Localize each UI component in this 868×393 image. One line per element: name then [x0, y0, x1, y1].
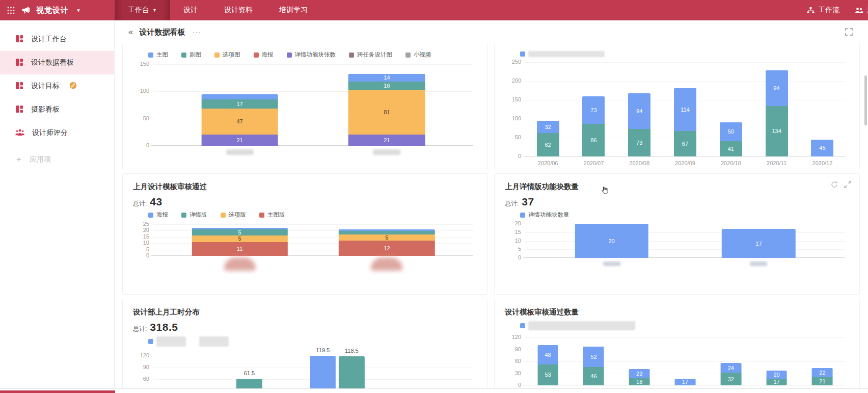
y-axis-tick: 30: [505, 370, 521, 376]
legend-marker: [287, 53, 292, 58]
legend-label: 选项图: [223, 51, 240, 59]
sidebar-item-2[interactable]: 设计目标: [0, 74, 114, 98]
chart-workhours-distribution: 61.5119.5118.56090120: [133, 336, 477, 393]
bar-value-label: 21: [812, 378, 833, 384]
legend-marker: [148, 213, 153, 218]
users-icon: [855, 7, 863, 14]
legend-item[interactable]: [148, 336, 186, 347]
x-axis-label: 2020/08: [629, 160, 649, 166]
bar-value-label: 86: [582, 137, 605, 143]
bar-segment: 5: [339, 234, 435, 241]
bar-value-label: 50: [720, 128, 742, 135]
bar-segment: 21: [201, 135, 278, 146]
legend-item[interactable]: [199, 336, 229, 347]
legend-item[interactable]: 详情版: [181, 211, 207, 219]
bar-segment: 32: [720, 373, 741, 385]
legend-label-blurred: [156, 336, 186, 347]
legend-item[interactable]: 海报: [254, 51, 274, 59]
workflow-label: 工作流: [818, 6, 839, 15]
bar-segment: 45: [811, 140, 833, 156]
sidebar-item-3[interactable]: 摄影看板: [0, 98, 114, 121]
legend-label: 海报: [156, 211, 168, 219]
plot-area: 62328673739467114415013494452020/062020/…: [525, 62, 845, 156]
brand-title[interactable]: 视觉设计: [36, 6, 69, 15]
bar-segment: 5: [192, 229, 287, 236]
sidebar-item-1[interactable]: 设计数据看板: [0, 51, 114, 74]
y-axis-tick: 90: [133, 364, 149, 370]
y-axis-tick: 10: [133, 240, 149, 246]
nav-tab-1[interactable]: 设计: [170, 0, 211, 20]
legend-label: 主图: [156, 51, 168, 59]
dashboard-icon: [15, 35, 23, 44]
bar-segment: 24: [720, 363, 741, 373]
y-axis-tick: 25: [133, 221, 149, 227]
brand-chevron-down-icon[interactable]: ▼: [76, 8, 81, 13]
card-detail-blocks-lastmonth: 上月详情版功能块数量 总计:: [494, 173, 860, 295]
sidebar-item-0[interactable]: 设计工作台: [0, 28, 114, 51]
refresh-icon[interactable]: [831, 181, 838, 190]
legend-marker: [520, 213, 525, 218]
sidebar-add-app[interactable]: +应用项: [0, 148, 114, 171]
legend-label: 副图: [189, 51, 201, 59]
y-axis-tick: 5: [133, 246, 149, 252]
legend-item[interactable]: 海报: [148, 211, 168, 219]
plot-area: 2017: [525, 224, 845, 258]
workflow-icon: [807, 7, 815, 14]
chart-monthly-output: 主图副图选项图海报详情功能块张数跨任务设计图小视频214717218116140…: [133, 51, 477, 158]
bar-segment: 14: [348, 74, 425, 82]
user-button[interactable]: 用户: [855, 6, 868, 15]
card-monthly-output: 主图副图选项图海报详情功能块张数跨任务设计图小视频214717218116140…: [122, 44, 488, 169]
legend-item[interactable]: 详情功能块张数: [287, 51, 336, 59]
y-axis-tick: 20: [133, 227, 149, 233]
legend-item[interactable]: [520, 321, 635, 330]
app-grid-icon[interactable]: [7, 7, 15, 14]
y-axis-tick: 100: [133, 88, 149, 94]
bar-segment: [339, 231, 435, 234]
expand-icon[interactable]: [844, 181, 851, 190]
legend-item[interactable]: 小视频: [405, 51, 431, 59]
legend-item[interactable]: [520, 51, 605, 57]
collapse-back-icon[interactable]: «: [128, 27, 133, 37]
legend-label: 海报: [262, 51, 274, 59]
legend-marker: [214, 53, 220, 58]
bar-segment: 21: [348, 135, 425, 146]
bar-segment: 5: [192, 235, 287, 242]
chart-detail-blocks-lastmonth: 详情功能块数量201705101520: [505, 211, 849, 270]
bar-value-label: 67: [674, 141, 696, 147]
chart-monthly-trend: 62328673739467114415013494452020/062020/…: [505, 51, 849, 169]
bar-value-label: 48: [537, 352, 558, 358]
legend-marker: [148, 339, 153, 344]
bar-value-label: 20: [575, 238, 648, 244]
y-axis-tick: 20: [505, 220, 521, 226]
bottom-progress-bar: [0, 390, 115, 393]
legend-item[interactable]: 详情功能块数量: [520, 211, 569, 219]
x-axis-label-blurred: [226, 149, 254, 155]
legend-item[interactable]: 跨任务设计图: [349, 51, 392, 59]
more-menu-icon[interactable]: ···: [192, 28, 201, 36]
bar-segment: 50: [720, 122, 742, 141]
legend-item[interactable]: 主图版: [259, 211, 285, 219]
tab-caret-icon: ▼: [152, 8, 157, 13]
legend-label: 详情功能块张数: [295, 51, 336, 59]
bar-value-label: 73: [628, 140, 650, 146]
nav-tab-0[interactable]: 工作台▼: [115, 0, 170, 20]
legend-item[interactable]: 选项图: [214, 51, 240, 59]
bar-value-label: 12: [339, 245, 435, 251]
sidebar-item-4[interactable]: 设计师评分: [0, 121, 114, 145]
bar-value-label: 32: [537, 124, 559, 130]
workflow-button[interactable]: 工作流: [807, 6, 839, 15]
fullscreen-icon[interactable]: [845, 28, 853, 38]
vertical-scrollbar-thumb[interactable]: [864, 75, 867, 125]
nav-tab-2[interactable]: 设计资料: [211, 0, 266, 20]
nav-tab-3[interactable]: 培训学习: [266, 0, 321, 20]
total-value: 318.5: [150, 321, 178, 333]
x-axis-label: 2020/06: [538, 160, 558, 166]
legend-item[interactable]: 副图: [181, 51, 201, 59]
legend-label: 小视频: [414, 51, 431, 59]
legend-label-blurred: [528, 321, 635, 330]
total-value: 37: [522, 196, 534, 208]
legend-item[interactable]: 选项版: [221, 211, 247, 219]
legend-item[interactable]: 主图: [148, 51, 168, 59]
plus-icon: +: [16, 154, 21, 165]
brand-logo-icon: [21, 6, 30, 15]
